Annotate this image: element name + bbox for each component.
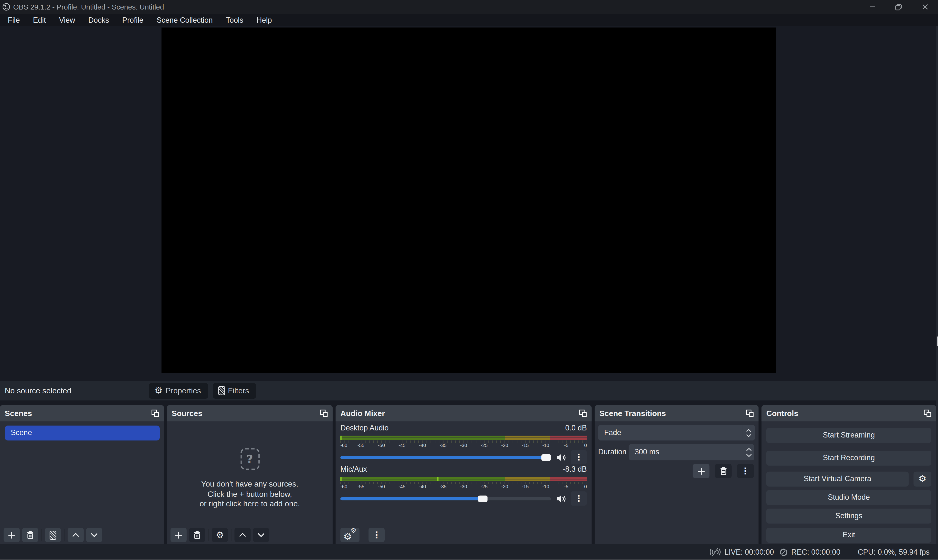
properties-label: Properties [165, 386, 201, 395]
db-label: -30 [460, 484, 467, 489]
rec-time: REC: 00:00:00 [791, 548, 840, 556]
add-transition-button[interactable] [693, 464, 710, 478]
minimize-button[interactable] [859, 0, 886, 14]
properties-button[interactable]: ⚙ Properties [149, 383, 208, 398]
volume-slider[interactable] [341, 494, 551, 503]
move-scene-up-button[interactable] [68, 528, 84, 542]
channel-level-db: -8.3 dB [563, 465, 587, 475]
meter-db-labels: -60-55-50-45-40-35-30-25-20-15-10-50 [341, 443, 587, 449]
menu-item-view[interactable]: View [52, 14, 82, 26]
source-properties-button[interactable]: ⚙ [212, 528, 228, 542]
transition-properties-button[interactable]: ⋮ [737, 464, 754, 478]
toolbar-separator [208, 529, 208, 541]
trash-icon [26, 531, 34, 539]
add-scene-button[interactable] [4, 528, 20, 542]
close-button[interactable] [912, 0, 938, 14]
volume-slider-handle[interactable] [478, 495, 488, 502]
restore-icon [895, 3, 902, 10]
source-toolbar-row: No source selected ⚙ Properties Filters [0, 381, 938, 400]
chevron-up-icon [72, 533, 80, 538]
advanced-audio-button[interactable]: ⚙ ⚙ [341, 528, 359, 542]
sources-panel-header: Sources [167, 405, 333, 422]
duration-spinbox[interactable]: 300 ms [629, 444, 754, 460]
close-icon [922, 4, 928, 10]
speaker-icon[interactable] [556, 453, 566, 462]
db-label: -45 [398, 443, 406, 448]
menu-item-edit[interactable]: Edit [26, 14, 52, 26]
start-virtual-camera-button[interactable]: Start Virtual Camera [766, 472, 909, 486]
popout-icon[interactable] [924, 409, 932, 417]
db-label: -15 [522, 484, 529, 489]
move-source-up-button[interactable] [234, 528, 251, 542]
channel-menu-button[interactable]: ⋮ [571, 450, 587, 465]
start-streaming-button[interactable]: Start Streaming [766, 428, 932, 443]
gear-icon: ⚙ [154, 386, 163, 395]
virtual-camera-settings-button[interactable]: ⚙ [913, 472, 932, 486]
volume-slider-handle[interactable] [542, 454, 551, 460]
gear-icon: ⚙ [918, 475, 927, 484]
db-label: -60 [341, 443, 347, 448]
scenes-panel-header: Scenes [0, 405, 164, 422]
menu-item-file[interactable]: File [1, 14, 26, 26]
menu-item-scene-collection[interactable]: Scene Collection [150, 14, 219, 26]
menu-item-help[interactable]: Help [250, 14, 278, 26]
remove-scene-button[interactable] [22, 528, 39, 542]
db-label: -60 [341, 484, 347, 489]
popout-icon[interactable] [320, 409, 328, 417]
move-source-down-button[interactable] [253, 528, 269, 542]
settings-button[interactable]: Settings [766, 509, 932, 524]
transition-select[interactable]: Fade [598, 425, 755, 441]
filter-icon [49, 531, 56, 540]
restore-button[interactable] [885, 0, 912, 14]
volume-slider[interactable] [341, 452, 551, 462]
window-controls [859, 0, 938, 14]
studio-mode-button[interactable]: Studio Mode [766, 490, 932, 505]
menu-item-docks[interactable]: Docks [82, 14, 116, 26]
scene-filters-button[interactable] [45, 528, 61, 542]
exit-button[interactable]: Exit [766, 528, 932, 543]
menu-item-tools[interactable]: Tools [219, 14, 250, 26]
preview-canvas [161, 28, 776, 373]
move-scene-down-button[interactable] [86, 528, 102, 542]
meter-tick-scale [341, 440, 587, 443]
db-label: -25 [481, 443, 488, 448]
preview-region [0, 26, 938, 381]
speaker-icon[interactable] [556, 494, 566, 503]
chevron-down-icon [257, 533, 265, 538]
spin-up-button[interactable] [746, 448, 752, 451]
popout-icon[interactable] [151, 409, 159, 417]
right-edge-scroll-mark [936, 337, 938, 346]
sources-panel-title: Sources [172, 409, 202, 418]
remove-source-button[interactable] [189, 528, 205, 542]
db-label: -50 [378, 443, 385, 448]
question-mark-icon: ? [240, 448, 259, 470]
dots-vertical-icon: ⋮ [741, 466, 750, 475]
popout-icon[interactable] [746, 409, 754, 417]
mixer-menu-button[interactable]: ⋮ [369, 528, 385, 542]
add-source-button[interactable] [170, 528, 187, 542]
spin-down-button[interactable] [746, 453, 752, 457]
transition-select-spinner[interactable] [742, 425, 755, 441]
scene-transitions-panel: Scene Transitions Fade Duration [595, 405, 759, 544]
start-recording-button[interactable]: Start Recording [766, 451, 932, 466]
channel-menu-button[interactable]: ⋮ [571, 491, 587, 506]
scenes-panel-title: Scenes [5, 409, 32, 418]
db-label: 0 [584, 484, 587, 489]
filters-button[interactable]: Filters [213, 383, 256, 398]
db-label: -30 [460, 443, 467, 448]
menu-item-profile[interactable]: Profile [116, 14, 150, 26]
trash-icon [719, 467, 727, 475]
db-label: -10 [542, 443, 549, 448]
statusbar: LIVE: 00:00:00 REC: 00:00:00 CPU: 0.0%, … [0, 544, 938, 560]
db-label: -10 [542, 484, 549, 489]
db-label: -5 [564, 443, 568, 448]
db-label: 0 [584, 443, 587, 448]
scene-list-item[interactable]: Scene [5, 426, 160, 440]
rec-status: REC: 00:00:00 [779, 548, 840, 556]
audio-mixer-title: Audio Mixer [341, 409, 385, 418]
remove-transition-button[interactable] [715, 464, 732, 478]
popout-icon[interactable] [579, 409, 587, 417]
duration-row: Duration 300 ms [598, 444, 754, 460]
chevron-down-icon [90, 533, 98, 538]
plus-icon [174, 531, 182, 539]
